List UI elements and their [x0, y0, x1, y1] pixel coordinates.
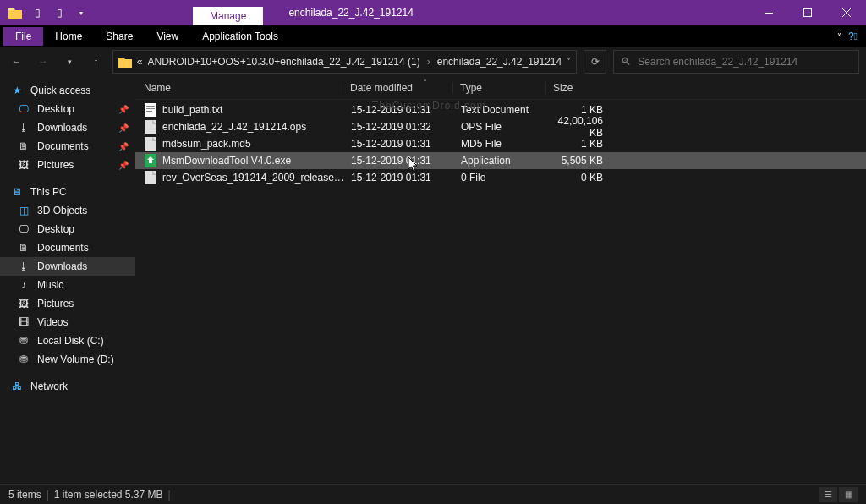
file-icon	[144, 103, 157, 117]
up-button[interactable]: ↑	[86, 52, 106, 72]
sidebar-item-music[interactable]: ♪Music	[0, 276, 135, 294]
view-menu[interactable]: View	[145, 27, 190, 46]
recent-dropdown-icon[interactable]: ▾	[59, 52, 79, 72]
window-title: enchilada_22_J.42_191214	[288, 7, 413, 19]
svg-rect-0	[765, 13, 773, 14]
file-name: MsmDownloadTool V4.0.exe	[162, 155, 344, 167]
column-name[interactable]: Name	[144, 82, 343, 94]
search-icon: 🔍︎	[621, 56, 631, 68]
pin-icon: 📌	[118, 161, 129, 170]
sidebar-item-label: Downloads	[37, 260, 87, 272]
status-item-count: 5 items	[8, 489, 41, 501]
chevron-right-icon[interactable]: ›	[427, 56, 430, 68]
breadcrumb[interactable]: « ANDROID+10+OOS+10.3.0+enchilada_22_J.4…	[112, 50, 577, 74]
file-type: MD5 File	[454, 138, 547, 150]
file-icon	[144, 120, 157, 134]
svg-rect-2	[145, 103, 156, 117]
file-menu[interactable]: File	[3, 27, 43, 46]
sidebar-item-3d-objects[interactable]: ◫3D Objects	[0, 201, 135, 220]
breadcrumb-segment[interactable]: ANDROID+10+OOS+10.3.0+enchilada_22_J.42_…	[148, 56, 420, 68]
sidebar-item-pictures[interactable]: 🖼Pictures📌	[0, 156, 135, 174]
navigation-pane: ★ Quick access 🖵Desktop📌 ⭳Downloads📌 🗎Do…	[0, 76, 135, 484]
file-row[interactable]: rev_OverSeas_191214_2009_release_OTA-...…	[135, 169, 866, 186]
file-row[interactable]: enchilada_22_J.42_191214.ops15-12-2019 0…	[135, 118, 866, 135]
sidebar-item-network[interactable]: 🖧Network	[0, 377, 135, 396]
application-tools-menu[interactable]: Application Tools	[190, 27, 290, 46]
sidebar-item-label: Documents	[37, 140, 89, 152]
column-type[interactable]: Type	[452, 82, 545, 94]
music-icon: ♪	[17, 278, 30, 292]
sidebar-item-label: Videos	[37, 316, 68, 328]
address-bar: ← → ▾ ↑ « ANDROID+10+OOS+10.3.0+enchilad…	[0, 47, 866, 76]
column-headers[interactable]: Name Date modified Type Size	[135, 76, 866, 100]
sidebar-item-downloads[interactable]: ⭳Downloads	[0, 257, 135, 276]
sidebar-item-pictures[interactable]: 🖼Pictures	[0, 294, 135, 313]
qat-dropdown-icon[interactable]: ▾	[71, 3, 91, 23]
file-type: Text Document	[454, 104, 547, 116]
maximize-button[interactable]	[788, 0, 827, 25]
file-row[interactable]: MsmDownloadTool V4.0.exe15-12-2019 01:31…	[135, 152, 866, 169]
sidebar-item-new-volume-d[interactable]: ⛃New Volume (D:)	[0, 350, 135, 369]
sidebar-item-local-disk-c[interactable]: ⛃Local Disk (C:)	[0, 331, 135, 350]
main-area: ★ Quick access 🖵Desktop📌 ⭳Downloads📌 🗎Do…	[0, 76, 866, 484]
pin-icon: 📌	[118, 105, 129, 114]
documents-icon: 🗎	[17, 140, 30, 153]
file-date: 15-12-2019 01:31	[344, 104, 454, 116]
home-menu[interactable]: Home	[43, 27, 94, 46]
pin-icon: 📌	[118, 123, 129, 133]
sidebar-item-desktop[interactable]: 🖵Desktop📌	[0, 100, 135, 118]
thumbnails-view-button[interactable]: ▦	[839, 487, 858, 502]
sidebar-item-desktop[interactable]: 🖵Desktop	[0, 220, 135, 238]
file-list-pane: ˄ Name Date modified Type Size TheCustom…	[135, 76, 866, 484]
file-date: 15-12-2019 01:31	[344, 138, 454, 150]
sidebar-item-videos[interactable]: 🎞Videos	[0, 313, 135, 331]
divider: |	[168, 489, 171, 501]
file-row[interactable]: md5sum_pack.md515-12-2019 01:31MD5 File1…	[135, 135, 866, 152]
qat-item-icon[interactable]: ▯	[49, 3, 69, 23]
quick-access-toolbar: ▯ ▯ ▾	[0, 3, 91, 23]
back-button[interactable]: ←	[7, 52, 26, 72]
ribbon-tabs: Manage	[193, 0, 263, 25]
forward-button[interactable]: →	[33, 52, 52, 72]
sidebar-item-label: Pictures	[37, 159, 74, 171]
file-name: md5sum_pack.md5	[162, 138, 344, 150]
breadcrumb-segment[interactable]: enchilada_22_J.42_191214	[437, 56, 562, 68]
refresh-button[interactable]: ⟳	[584, 50, 606, 74]
file-type: 0 File	[454, 172, 547, 184]
sidebar-item-label: New Volume (D:)	[37, 353, 114, 365]
file-size: 1 KB	[547, 138, 606, 150]
file-name: enchilada_22_J.42_191214.ops	[162, 121, 344, 133]
sidebar-item-this-pc[interactable]: 🖥This PC	[0, 183, 135, 201]
desktop-icon: 🖵	[17, 222, 30, 236]
sidebar-item-label: Downloads	[37, 122, 87, 134]
ribbon-collapse-icon[interactable]: ˅	[837, 32, 841, 41]
view-mode-toggles: ☰ ▦	[819, 487, 858, 502]
help-icon[interactable]: ?⃝	[848, 30, 858, 42]
qat-item-icon[interactable]: ▯	[27, 3, 47, 23]
search-box[interactable]: 🔍︎	[613, 50, 859, 74]
sidebar-item-label: Pictures	[37, 298, 74, 310]
file-type: Application	[454, 155, 547, 167]
tab-manage[interactable]: Manage	[193, 7, 263, 25]
close-button[interactable]	[827, 0, 866, 25]
file-row[interactable]: build_path.txt15-12-2019 01:31Text Docum…	[135, 101, 866, 118]
sidebar-item-quick-access[interactable]: ★ Quick access	[0, 81, 135, 100]
menubar: File Home Share View Application Tools ˅…	[0, 25, 866, 47]
details-view-button[interactable]: ☰	[819, 487, 837, 502]
file-size: 1 KB	[547, 104, 606, 116]
column-date[interactable]: Date modified	[343, 82, 452, 94]
share-menu[interactable]: Share	[94, 27, 145, 46]
drive-icon: ⛃	[17, 353, 30, 366]
file-type: OPS File	[454, 121, 547, 133]
file-name: build_path.txt	[162, 104, 344, 116]
sidebar-item-label: Desktop	[37, 103, 74, 115]
breadcrumb-dropdown-icon[interactable]: ˅	[567, 57, 571, 66]
column-size[interactable]: Size	[545, 82, 605, 94]
sidebar-item-downloads[interactable]: ⭳Downloads📌	[0, 118, 135, 137]
status-bar: 5 items | 1 item selected 5.37 MB | ☰ ▦	[0, 484, 866, 504]
downloads-icon: ⭳	[17, 121, 30, 134]
search-input[interactable]	[638, 56, 852, 68]
minimize-button[interactable]	[749, 0, 788, 25]
sidebar-item-documents[interactable]: 🗎Documents📌	[0, 137, 135, 156]
sidebar-item-documents[interactable]: 🗎Documents	[0, 238, 135, 257]
